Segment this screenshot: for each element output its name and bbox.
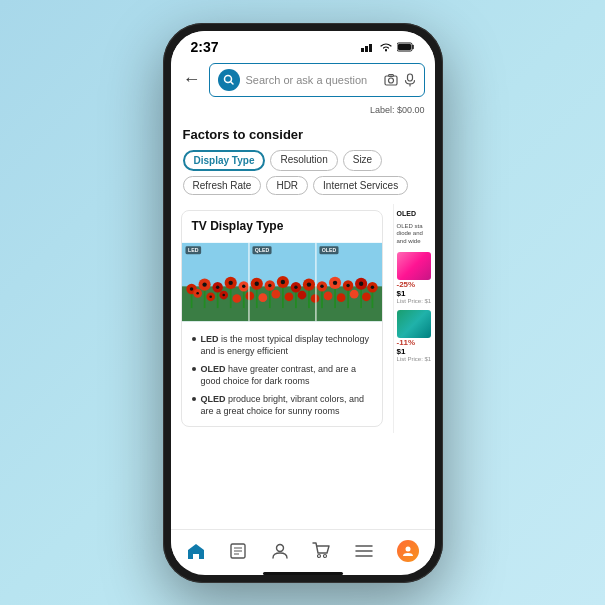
factors-title: Factors to consider <box>183 127 423 142</box>
back-button[interactable]: ← <box>181 67 203 92</box>
svg-point-65 <box>258 293 267 302</box>
avatar-icon <box>397 540 419 562</box>
side-panel-title: OLED <box>397 210 432 217</box>
bullet-dot-1 <box>192 337 196 341</box>
svg-point-89 <box>276 544 283 551</box>
svg-point-57 <box>346 283 349 286</box>
search-circle-icon <box>218 69 240 91</box>
camera-icon[interactable] <box>384 73 398 87</box>
svg-point-64 <box>245 291 254 300</box>
svg-point-72 <box>349 289 358 298</box>
svg-point-91 <box>324 554 327 557</box>
search-icon <box>223 74 235 86</box>
side-product-1[interactable]: -25% $1 List Price: $1 <box>397 252 432 304</box>
svg-text:LED: LED <box>188 247 199 253</box>
bottom-nav <box>171 529 435 568</box>
chip-refresh-rate[interactable]: Refresh Rate <box>183 176 262 195</box>
label-text: Label: $00.00 <box>370 105 425 115</box>
svg-point-58 <box>358 281 362 285</box>
discount-1: -25% <box>397 280 432 289</box>
svg-rect-0 <box>361 48 364 52</box>
phone-screen: 2:37 <box>171 31 435 575</box>
svg-text:OLED: OLED <box>321 247 336 253</box>
nav-home[interactable] <box>178 540 214 562</box>
svg-point-48 <box>228 280 232 284</box>
search-box[interactable]: Search or ask a question <box>209 63 425 97</box>
bullet-qled: QLED produce bright, vibrant colors, and… <box>192 393 372 418</box>
chip-hdr[interactable]: HDR <box>266 176 308 195</box>
list-price-2: List Price: $1 <box>397 356 432 362</box>
wifi-icon <box>379 42 393 52</box>
led-label: LED <box>201 334 219 344</box>
status-bar: 2:37 <box>171 31 435 59</box>
chip-display-type[interactable]: Display Type <box>183 150 266 171</box>
account-icon <box>271 542 289 560</box>
content-area[interactable]: Factors to consider Display Type Resolut… <box>171 119 435 529</box>
product-image-2 <box>397 310 431 338</box>
svg-point-55 <box>320 284 323 287</box>
nav-account[interactable] <box>263 540 297 562</box>
content-wrapper: TV Display Type <box>171 204 435 434</box>
cart-icon <box>312 542 332 560</box>
svg-point-68 <box>297 290 306 299</box>
tv-display-card: TV Display Type <box>181 210 383 428</box>
nav-profile[interactable] <box>389 538 427 564</box>
nav-menu[interactable] <box>347 542 381 560</box>
chip-row-1: Display Type Resolution Size <box>183 150 423 171</box>
svg-point-66 <box>271 289 280 298</box>
svg-point-50 <box>254 281 258 285</box>
svg-point-95 <box>405 546 410 551</box>
side-panel: OLED OLED sta diode and and wide -25% $1… <box>393 204 435 434</box>
search-right-icons <box>384 73 416 87</box>
chip-size[interactable]: Size <box>343 150 382 171</box>
tv-card-title: TV Display Type <box>182 211 382 237</box>
nav-orders[interactable] <box>221 540 255 562</box>
side-panel-text: OLED sta diode and and wide <box>397 223 432 246</box>
signal-icon <box>361 42 375 52</box>
price-2: $1 <box>397 347 432 356</box>
bullet-led: LED is the most typical display technolo… <box>192 333 372 358</box>
bullet-dot-2 <box>192 367 196 371</box>
search-bar-row: ← Search or ask a question <box>171 59 435 105</box>
bullet-list: LED is the most typical display technolo… <box>182 327 382 427</box>
svg-rect-5 <box>398 44 411 50</box>
status-time: 2:37 <box>191 39 219 55</box>
svg-rect-2 <box>369 44 372 52</box>
svg-point-71 <box>336 293 345 302</box>
status-icons <box>361 42 415 52</box>
bullet-oled: OLED have greater contrast, and are a go… <box>192 363 372 388</box>
label-row: Label: $00.00 <box>171 105 435 119</box>
led-text: is the most typical display technology a… <box>201 334 370 357</box>
mic-icon[interactable] <box>404 73 416 87</box>
svg-rect-8 <box>385 76 397 85</box>
phone-frame: 2:37 <box>163 23 443 583</box>
search-input[interactable]: Search or ask a question <box>246 74 378 86</box>
svg-rect-1 <box>365 46 368 52</box>
svg-point-73 <box>362 292 371 301</box>
product-image-1 <box>397 252 431 280</box>
svg-point-46 <box>202 282 206 286</box>
chip-internet-services[interactable]: Internet Services <box>313 176 408 195</box>
svg-point-75 <box>209 295 212 298</box>
svg-point-49 <box>242 284 245 287</box>
svg-line-7 <box>230 81 233 84</box>
svg-point-90 <box>318 554 321 557</box>
qled-text: produce bright, vibrant colors, and are … <box>201 394 365 417</box>
oled-label: OLED <box>201 364 226 374</box>
nav-cart[interactable] <box>304 540 340 562</box>
svg-point-9 <box>388 78 393 83</box>
svg-point-56 <box>332 280 336 284</box>
svg-point-45 <box>189 287 192 290</box>
chip-resolution[interactable]: Resolution <box>270 150 337 171</box>
svg-text:QLED: QLED <box>254 247 269 253</box>
menu-icon <box>355 544 373 558</box>
bullet-dot-3 <box>192 397 196 401</box>
side-product-2[interactable]: -11% $1 List Price: $1 <box>397 310 432 362</box>
home-indicator <box>263 572 343 575</box>
svg-point-63 <box>232 294 241 303</box>
orders-icon <box>229 542 247 560</box>
qled-label: QLED <box>201 394 226 404</box>
svg-point-67 <box>284 292 293 301</box>
home-icon <box>186 542 206 560</box>
tv-image-container: LED QLED OLED <box>182 237 382 327</box>
